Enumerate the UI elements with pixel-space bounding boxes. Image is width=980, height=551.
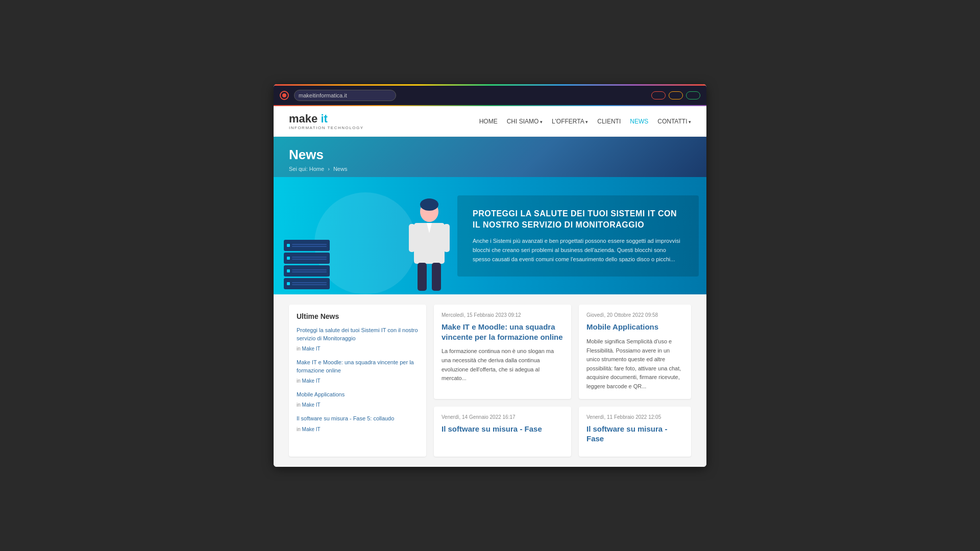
server-light-1 [287, 244, 290, 247]
breadcrumb-current: News [333, 166, 348, 172]
breadcrumb: Sei qui: Home › News [289, 166, 691, 172]
logo-subtitle: INFORMATION TECHNOLOGY [289, 126, 364, 130]
logo-text: make it [289, 112, 364, 126]
sidebar-in-site-2[interactable]: Make IT [302, 378, 321, 384]
logo-make: make [289, 112, 321, 125]
close-button[interactable] [651, 91, 666, 99]
nav-contatti[interactable]: CONTATTI [657, 118, 691, 125]
banner-content: PROTEGGI LA SALUTE DEI TUOI SISTEMI IT C… [457, 195, 699, 277]
sidebar-in-site-4[interactable]: Make IT [302, 427, 321, 432]
maximize-button[interactable] [686, 91, 700, 99]
banner-illustration [274, 177, 457, 294]
sidebar-in-3: in Make IT [297, 402, 321, 408]
sidebar-item-1: Proteggi la salute dei tuoi Sistemi IT c… [297, 327, 419, 353]
server-unit-4 [284, 278, 330, 289]
sidebar-in-label-4: in [297, 427, 301, 432]
server-lines-2 [292, 257, 327, 260]
sidebar-in-label-2: in [297, 378, 301, 384]
browser-icon-inner [282, 93, 286, 97]
server-line [292, 269, 327, 270]
nav-home[interactable]: HOME [479, 118, 498, 125]
sidebar-in-1: in Make IT [297, 346, 321, 352]
svg-rect-6 [418, 263, 427, 291]
server-light-3 [287, 269, 290, 272]
server-lines-3 [292, 269, 327, 272]
news-excerpt-1: La formazione continua non è uno slogan … [442, 347, 564, 383]
page-title: News [289, 147, 691, 163]
logo[interactable]: make it INFORMATION TECHNOLOGY [289, 112, 364, 130]
svg-rect-4 [409, 224, 415, 252]
news-date-2: Giovedì, 20 Ottobre 2022 09:58 [586, 312, 683, 318]
server-line [292, 259, 327, 260]
news-title-3[interactable]: Il software su misura - Fase [442, 424, 564, 434]
sidebar-title: Ultime News [297, 312, 419, 320]
news-title-4[interactable]: Il software su misura - Fase [586, 424, 683, 444]
news-card-3: Venerdì, 14 Gennaio 2022 16:17 Il softwa… [434, 407, 571, 457]
sidebar: Ultime News Proteggi la salute dei tuoi … [289, 305, 426, 456]
address-bar[interactable] [294, 90, 396, 101]
sidebar-link-1[interactable]: Proteggi la salute dei tuoi Sistemi IT c… [297, 327, 419, 342]
server-line [292, 244, 327, 245]
sidebar-in-label-1: in [297, 346, 301, 352]
banner-text: Anche i Sistemi più avanzati e ben proge… [473, 237, 683, 264]
minimize-button[interactable] [669, 91, 683, 99]
sidebar-item-3: Mobile Applications in Make IT [297, 391, 419, 409]
banner-section: PROTEGGI LA SALUTE DEI TUOI SISTEMI IT C… [274, 177, 706, 294]
server-unit-2 [284, 253, 330, 264]
svg-point-1 [420, 198, 438, 211]
sidebar-item-2: Make IT e Moodle: una squadra vincente p… [297, 359, 419, 385]
main-nav: HOME CHI SIAMO L'OFFERTA CLIENTI NEWS CO… [479, 118, 691, 125]
nav-news[interactable]: NEWS [630, 118, 648, 125]
server-line [292, 271, 327, 272]
page-title-section: News Sei qui: Home › News [274, 137, 706, 177]
news-title-1[interactable]: Make IT e Moodle: una squadra vincente p… [442, 322, 564, 342]
circle-bg [314, 192, 416, 294]
news-date-4: Venerdì, 11 Febbraio 2022 12:05 [586, 414, 683, 420]
server-line [292, 257, 327, 258]
news-title-2[interactable]: Mobile Applications [586, 322, 683, 332]
sidebar-in-4: in Make IT [297, 427, 321, 432]
server-line [292, 282, 327, 283]
server-stack [284, 240, 330, 289]
server-lines-1 [292, 244, 327, 247]
sidebar-link-4[interactable]: Il software su misura - Fase 5: collaudo [297, 415, 419, 422]
news-section: Mercoledì, 15 Febbraio 2023 09:12 Make I… [274, 294, 706, 466]
news-card-1: Mercoledì, 15 Febbraio 2023 09:12 Make I… [434, 305, 571, 398]
sidebar-in-label-3: in [297, 402, 301, 408]
nav-chi-siamo[interactable]: CHI SIAMO [507, 118, 543, 125]
news-card-2: Giovedì, 20 Ottobre 2022 09:58 Mobile Ap… [579, 305, 691, 398]
logo-it: it [321, 112, 327, 125]
server-light-2 [287, 257, 290, 260]
news-date-1: Mercoledì, 15 Febbraio 2023 09:12 [442, 312, 564, 318]
sidebar-in-site-3[interactable]: Make IT [302, 402, 321, 408]
news-date-3: Venerdì, 14 Gennaio 2022 16:17 [442, 414, 564, 420]
sidebar-item-4: Il software su misura - Fase 5: collaudo… [297, 415, 419, 433]
banner-title: PROTEGGI LA SALUTE DEI TUOI SISTEMI IT C… [473, 208, 683, 231]
news-card-4: Venerdì, 11 Febbraio 2022 12:05 Il softw… [579, 407, 691, 457]
browser-window: make it INFORMATION TECHNOLOGY HOME CHI … [274, 84, 706, 466]
breadcrumb-prefix: Sei qui: [289, 166, 308, 172]
server-unit-3 [284, 265, 330, 277]
server-line [292, 284, 327, 285]
browser-chrome [274, 86, 706, 106]
browser-buttons [651, 91, 700, 99]
person-figure [406, 197, 452, 294]
nav-offerta[interactable]: L'OFFERTA [552, 118, 588, 125]
server-unit-1 [284, 240, 330, 251]
breadcrumb-home[interactable]: Home [309, 166, 324, 172]
nav-clienti[interactable]: CLIENTI [597, 118, 621, 125]
svg-rect-5 [444, 224, 450, 252]
server-light-4 [287, 282, 290, 285]
sidebar-in-2: in Make IT [297, 378, 321, 384]
sidebar-link-3[interactable]: Mobile Applications [297, 391, 419, 398]
sidebar-link-2[interactable]: Make IT e Moodle: una squadra vincente p… [297, 359, 419, 374]
server-lines-4 [292, 282, 327, 285]
svg-rect-7 [432, 263, 441, 291]
news-excerpt-2: Mobile significa Semplicità d'uso e Fles… [586, 337, 683, 391]
server-line [292, 246, 327, 247]
sidebar-in-site-1[interactable]: Make IT [302, 346, 321, 352]
breadcrumb-separator: › [328, 166, 331, 172]
browser-icon [280, 91, 289, 100]
site-header: make it INFORMATION TECHNOLOGY HOME CHI … [274, 106, 706, 137]
